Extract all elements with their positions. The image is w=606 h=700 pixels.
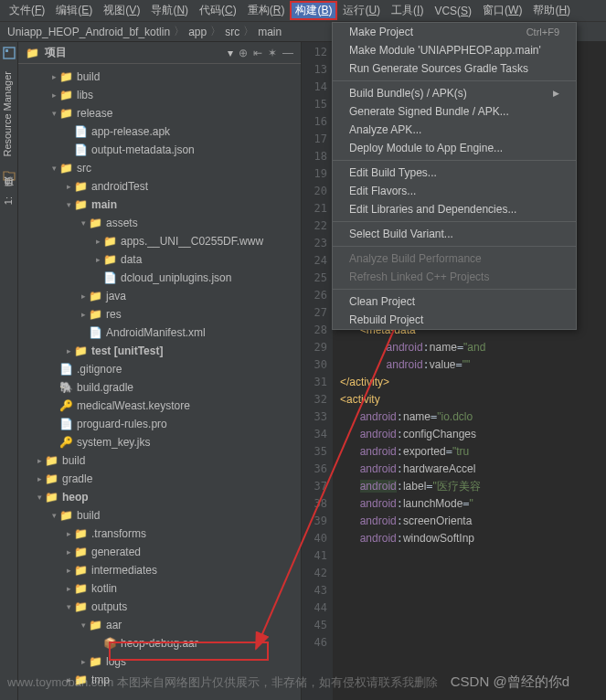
tree-row[interactable]: ▸📁generated	[18, 543, 301, 561]
tree-row[interactable]: ▾📁release	[18, 104, 301, 122]
tree-row[interactable]: ▾📁outputs	[18, 598, 301, 616]
tree-row[interactable]: 📦heop-debug.aar	[18, 634, 301, 652]
tree-row[interactable]: 📄output-metadata.json	[18, 141, 301, 159]
tree-row[interactable]: ▸📁kotlin	[18, 579, 301, 598]
tree-arrow-icon[interactable]: ▾	[79, 616, 88, 634]
tree-arrow-icon[interactable]: ▾	[35, 488, 44, 506]
tree-row[interactable]: 🔑medicalWeast.keystore	[18, 397, 301, 415]
tree-row[interactable]: ▸📁build	[18, 68, 301, 86]
menu-item[interactable]: Select Build Variant...	[333, 225, 576, 243]
tree-arrow-icon[interactable]: ▸	[49, 86, 58, 104]
tree-arrow-icon[interactable]: ▸	[93, 232, 102, 250]
tree-node-label: data	[121, 250, 142, 269]
tree-row[interactable]: ▾📁src	[18, 159, 301, 177]
menu-1[interactable]: 编辑(E)	[50, 1, 98, 20]
collapse-icon[interactable]: ⇤	[253, 47, 262, 59]
tree-node-icon: 📁	[58, 159, 73, 177]
tree-row[interactable]: ▸📁intermediates	[18, 561, 301, 579]
breadcrumb-item[interactable]: app	[188, 26, 207, 38]
tree-row[interactable]: ▾📁main	[18, 196, 301, 214]
menu-0[interactable]: 文件(F)	[4, 1, 50, 20]
locate-icon[interactable]: ⊕	[239, 47, 248, 59]
tree-row[interactable]: 📄dcloud_uniplugins.json	[18, 269, 301, 287]
tree-row[interactable]: ▸📁.transforms	[18, 525, 301, 543]
hide-icon[interactable]: —	[282, 47, 293, 59]
tree-arrow-icon[interactable]: ▸	[79, 305, 88, 323]
tree-row[interactable]: ▸📁test [unitTest]	[18, 342, 301, 360]
tree-arrow-icon[interactable]: ▸	[35, 470, 44, 488]
menu-item-label: Analyze Build Performance	[349, 252, 482, 265]
menu-7[interactable]: 运行(U)	[337, 1, 386, 20]
menu-5[interactable]: 重构(R)	[242, 1, 291, 20]
tree-row[interactable]: 📄proguard-rules.pro	[18, 415, 301, 433]
tree-row[interactable]: ▾📁heop	[18, 488, 301, 506]
tree-row[interactable]: ▾📁aar	[18, 616, 301, 634]
tree-row[interactable]: ▸📁data	[18, 250, 301, 269]
left-tab-resource-manager[interactable]: Resource Manager	[0, 64, 15, 164]
tree-node-icon: 📁	[73, 177, 88, 196]
tree-arrow-icon[interactable]: ▾	[49, 506, 58, 525]
tree-arrow-icon[interactable]: ▸	[64, 342, 73, 360]
menu-item[interactable]: Make ProjectCtrl+F9	[333, 23, 576, 41]
breadcrumb-item[interactable]: Uniapp_HEOP_Android_bf_kotlin	[7, 26, 170, 38]
tree-row[interactable]: ▾📁build	[18, 506, 301, 525]
tree-node-icon: 📄	[73, 141, 88, 159]
tree-row[interactable]: ▸📁apps.__UNI__C0255DF.www	[18, 232, 301, 250]
tree-arrow-icon[interactable]: ▸	[64, 525, 73, 543]
menu-8[interactable]: 工具(I)	[386, 1, 429, 20]
tree-arrow-icon[interactable]: ▾	[49, 159, 58, 177]
tree-row[interactable]: ▸📁androidTest	[18, 177, 301, 196]
tree-row[interactable]: ▸📁java	[18, 287, 301, 305]
menu-item[interactable]: Edit Flavors...	[333, 182, 576, 200]
tree-row[interactable]: ▸📁gradle	[18, 470, 301, 488]
menu-11[interactable]: 帮助(H)	[527, 1, 576, 20]
menu-item[interactable]: Edit Libraries and Dependencies...	[333, 200, 576, 218]
tree-arrow-icon[interactable]: ▾	[64, 598, 73, 616]
tree-node-label: .transforms	[91, 525, 146, 543]
tree-arrow-icon[interactable]: ▸	[79, 287, 88, 305]
tree-row[interactable]: ▸📁libs	[18, 86, 301, 104]
tree-row[interactable]: 📄.gitignore	[18, 360, 301, 378]
tree-arrow-icon[interactable]: ▸	[93, 250, 102, 269]
menu-9[interactable]: VCS(S)	[429, 3, 477, 19]
tree-arrow-icon[interactable]: ▸	[64, 561, 73, 579]
menu-3[interactable]: 导航(N)	[145, 1, 194, 20]
settings-icon[interactable]: ✶	[268, 47, 277, 59]
tree-row[interactable]: 📄app-release.apk	[18, 122, 301, 141]
menu-10[interactable]: 窗口(W)	[477, 1, 527, 20]
tree-row[interactable]: ▸📁res	[18, 305, 301, 323]
menu-item[interactable]: Make Module 'UNIAPPHEOP.app.main'	[333, 41, 576, 59]
menu-item[interactable]: Clean Project	[333, 292, 576, 311]
tree-arrow-icon[interactable]: ▸	[64, 177, 73, 196]
tree-arrow-icon[interactable]: ▸	[35, 451, 44, 470]
tree-row[interactable]: ▸📁build	[18, 451, 301, 470]
breadcrumb-item[interactable]: main	[258, 26, 282, 38]
project-tree[interactable]: ▸📁build▸📁libs▾📁release📄app-release.apk📄o…	[18, 64, 301, 700]
menu-4[interactable]: 代码(C)	[194, 1, 242, 20]
left-tab-project[interactable]: 1: 项目	[0, 186, 17, 212]
breadcrumb-item[interactable]: src	[225, 26, 239, 38]
menu-item[interactable]: Run Generate Sources Gradle Tasks	[333, 59, 576, 78]
tree-arrow-icon[interactable]: ▾	[64, 196, 73, 214]
dropdown-arrow-icon[interactable]: ▾	[228, 47, 233, 59]
tree-row[interactable]: 🐘build.gradle	[18, 378, 301, 397]
tree-arrow-icon[interactable]: ▸	[64, 543, 73, 561]
tree-row[interactable]: ▸📁logs	[18, 652, 301, 671]
tree-arrow-icon[interactable]: ▸	[49, 68, 58, 86]
menu-item[interactable]: Rebuild Project	[333, 311, 576, 329]
tree-arrow-icon[interactable]: ▾	[79, 214, 88, 232]
tree-arrow-icon[interactable]: ▸	[64, 579, 73, 598]
menu-item[interactable]: Build Bundle(s) / APK(s)▶	[333, 84, 576, 102]
menu-item[interactable]: Edit Build Types...	[333, 164, 576, 182]
menu-item[interactable]: Analyze APK...	[333, 121, 576, 139]
menu-6[interactable]: 构建(B)	[290, 1, 337, 20]
tree-row[interactable]: 🔑system_key.jks	[18, 433, 301, 451]
menu-separator	[333, 221, 576, 222]
menu-item[interactable]: Deploy Module to App Engine...	[333, 139, 576, 157]
menu-2[interactable]: 视图(V)	[98, 1, 145, 20]
tree-row[interactable]: 📄AndroidManifest.xml	[18, 323, 301, 342]
tree-row[interactable]: ▾📁assets	[18, 214, 301, 232]
menu-item[interactable]: Generate Signed Bundle / APK...	[333, 102, 576, 121]
tree-arrow-icon[interactable]: ▾	[49, 104, 58, 122]
tree-arrow-icon[interactable]: ▸	[79, 652, 88, 671]
